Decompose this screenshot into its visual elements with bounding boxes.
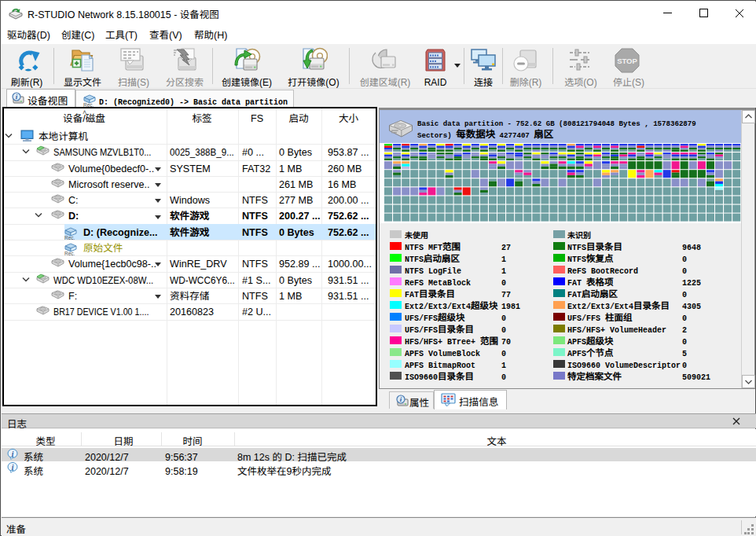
svg-text:i: i <box>12 450 14 457</box>
svg-text:i: i <box>12 464 14 472</box>
svg-text:STOP: STOP <box>617 57 637 65</box>
